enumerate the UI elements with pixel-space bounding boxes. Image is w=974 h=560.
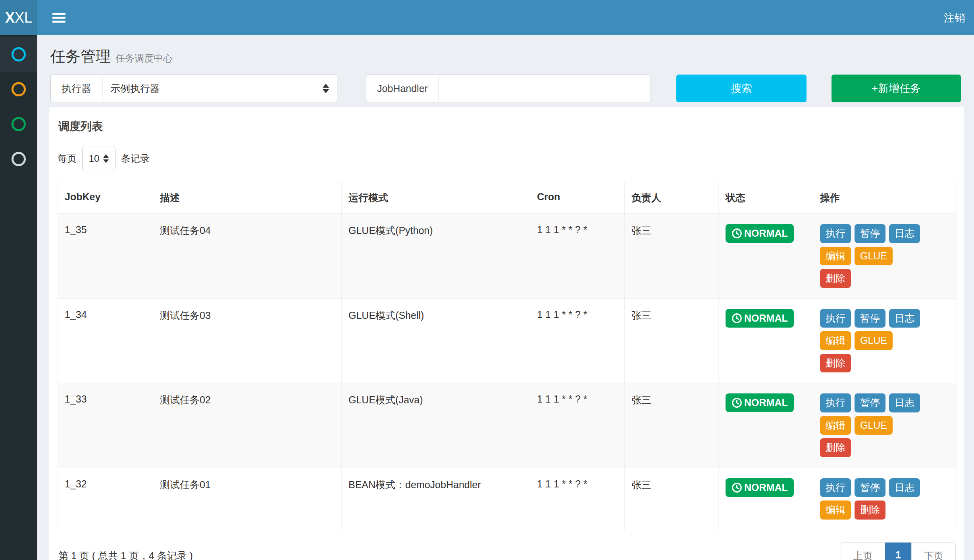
app-logo-bold: X	[5, 10, 15, 26]
circle-icon	[12, 82, 26, 96]
cell-actions: 执行暂停日志编辑GLUE删除	[813, 383, 957, 468]
circle-icon	[12, 47, 26, 61]
cell-jobkey: 1_32	[58, 468, 153, 530]
page-subtitle: 任务调度中心	[115, 52, 173, 65]
action-glue-button[interactable]: GLUE	[855, 416, 893, 435]
job-table-body: 1_35测试任务04GLUE模式(Python)1 1 1 * * ? *张三N…	[58, 214, 957, 530]
cell-desc: 测试任务01	[153, 468, 342, 530]
jobhandler-filter-group: JobHandler	[366, 75, 651, 102]
table-row: 1_33测试任务02GLUE模式(Java)1 1 1 * * ? *张三NOR…	[58, 383, 957, 468]
main-layout: 任务管理 任务调度中心 执行器 示例执行器 JobHandler 搜索 +新增任…	[0, 35, 974, 560]
column-header: 描述	[153, 182, 342, 214]
pager: 上页 1 下页	[841, 542, 956, 560]
top-navbar: XXL 注销	[0, 0, 974, 35]
cell-mode: GLUE模式(Java)	[342, 383, 530, 468]
cell-cron: 1 1 1 * * ? *	[530, 298, 625, 383]
action-edit-button[interactable]: 编辑	[820, 247, 851, 266]
cell-jobkey: 1_34	[58, 298, 153, 383]
column-header: 负责人	[625, 182, 719, 214]
per-page-value: 10	[89, 153, 100, 164]
app-logo-light: XL	[15, 10, 32, 26]
action-delete-button[interactable]: 删除	[820, 438, 851, 457]
content-header: 任务管理 任务调度中心	[37, 35, 974, 74]
action-edit-button[interactable]: 编辑	[820, 501, 851, 520]
search-button[interactable]: 搜索	[676, 75, 807, 102]
action-run-button[interactable]: 执行	[820, 224, 851, 243]
action-pause-button[interactable]: 暂停	[855, 478, 885, 497]
action-glue-button[interactable]: GLUE	[855, 331, 893, 350]
add-job-button[interactable]: +新增任务	[832, 75, 961, 102]
status-badge: NORMAL	[726, 224, 794, 243]
pager-prev-button[interactable]: 上页	[841, 543, 885, 560]
sidebar-item-1[interactable]	[0, 37, 37, 72]
pager-next-button[interactable]: 下页	[911, 543, 955, 560]
per-page-control: 每页 10 条记录	[58, 146, 956, 171]
cell-jobkey: 1_33	[58, 383, 153, 468]
action-log-button[interactable]: 日志	[889, 393, 920, 412]
job-table: JobKey描述运行模式Cron负责人状态操作 1_35测试任务04GLUE模式…	[58, 182, 957, 530]
column-header: 操作	[813, 182, 957, 214]
cell-desc: 测试任务04	[153, 214, 342, 299]
sidebar-item-3[interactable]	[0, 107, 37, 142]
sidebar-item-2[interactable]	[0, 72, 37, 107]
select-caret-icon	[103, 154, 109, 163]
cell-owner: 张三	[625, 468, 719, 530]
status-badge: NORMAL	[726, 309, 794, 328]
jobhandler-label: JobHandler	[366, 75, 439, 102]
cell-owner: 张三	[625, 383, 719, 468]
action-run-button[interactable]: 执行	[820, 393, 851, 412]
jobhandler-input[interactable]	[447, 82, 643, 95]
cell-actions: 执行暂停日志编辑GLUE删除	[813, 214, 957, 299]
status-badge: NORMAL	[726, 478, 794, 497]
sidebar-item-4[interactable]	[0, 142, 37, 176]
cell-actions: 执行暂停日志编辑GLUE删除	[813, 298, 957, 383]
cell-jobkey: 1_35	[58, 214, 153, 299]
action-pause-button[interactable]: 暂停	[855, 309, 885, 328]
schedule-list-panel: 调度列表 每页 10 条记录 JobKey描述运行模式Cron负责人状态操作 1…	[49, 107, 964, 560]
content-area: 任务管理 任务调度中心 执行器 示例执行器 JobHandler 搜索 +新增任…	[37, 35, 974, 560]
action-pause-button[interactable]: 暂停	[855, 224, 885, 243]
action-edit-button[interactable]: 编辑	[820, 331, 851, 350]
action-log-button[interactable]: 日志	[889, 309, 920, 328]
cell-status: NORMAL	[719, 383, 813, 468]
sidebar-nav	[0, 35, 37, 560]
circle-icon	[12, 117, 26, 131]
app-logo[interactable]: XXL	[0, 0, 37, 35]
action-pause-button[interactable]: 暂停	[855, 393, 885, 412]
cell-actions: 执行暂停日志编辑删除	[813, 468, 957, 530]
action-glue-button[interactable]: GLUE	[855, 247, 893, 266]
column-header: Cron	[530, 182, 625, 214]
per-page-select[interactable]: 10	[82, 146, 115, 171]
pagination-row: 第 1 页 ( 总共 1 页，4 条记录 ) 上页 1 下页	[58, 542, 956, 560]
table-row: 1_35测试任务04GLUE模式(Python)1 1 1 * * ? *张三N…	[58, 214, 957, 299]
cell-mode: GLUE模式(Python)	[342, 214, 530, 299]
action-log-button[interactable]: 日志	[889, 478, 920, 497]
logout-link[interactable]: 注销	[944, 11, 965, 25]
cell-desc: 测试任务03	[153, 298, 342, 383]
action-delete-button[interactable]: 删除	[820, 354, 851, 373]
sidebar-toggle-icon[interactable]	[49, 10, 69, 26]
table-row: 1_32测试任务01BEAN模式：demoJobHandler1 1 1 * *…	[58, 468, 957, 530]
clock-icon	[731, 397, 742, 408]
action-edit-button[interactable]: 编辑	[820, 416, 851, 435]
cell-mode: BEAN模式：demoJobHandler	[342, 468, 530, 530]
action-log-button[interactable]: 日志	[889, 224, 920, 243]
column-header: 运行模式	[342, 182, 530, 214]
clock-icon	[731, 228, 742, 239]
table-header-row: JobKey描述运行模式Cron负责人状态操作	[58, 182, 957, 214]
panel-title: 调度列表	[58, 119, 956, 134]
cell-desc: 测试任务02	[153, 383, 342, 468]
per-page-suffix: 条记录	[121, 152, 150, 165]
action-run-button[interactable]: 执行	[820, 478, 851, 497]
action-delete-button[interactable]: 删除	[820, 269, 851, 288]
pager-page-1-button[interactable]: 1	[885, 543, 911, 560]
status-badge: NORMAL	[726, 393, 794, 412]
cell-status: NORMAL	[719, 214, 813, 299]
select-caret-icon	[323, 84, 329, 93]
action-run-button[interactable]: 执行	[820, 309, 851, 328]
executor-select[interactable]: 示例执行器	[102, 75, 337, 102]
action-delete-button[interactable]: 删除	[855, 501, 885, 520]
clock-icon	[731, 482, 742, 493]
circle-icon	[12, 152, 26, 166]
executor-label: 执行器	[50, 75, 102, 102]
